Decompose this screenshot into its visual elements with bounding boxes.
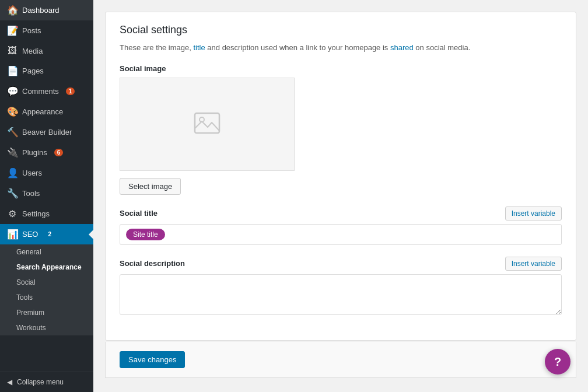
posts-icon: 📝 — [7, 25, 18, 36]
sub-menu-item-workouts[interactable]: Workouts — [0, 320, 93, 335]
insert-variable-description-button[interactable]: Insert variable — [505, 257, 562, 271]
main-content: Social settings These are the image, tit… — [93, 0, 588, 392]
media-icon: 🖼 — [7, 46, 18, 56]
save-changes-button[interactable]: Save changes — [120, 351, 185, 368]
social-description-field: Social description Insert variable — [120, 257, 562, 317]
help-bubble[interactable]: ? — [545, 349, 570, 374]
sidebar-arrow — [89, 230, 93, 239]
sidebar: 🏠 Dashboard 📝 Posts 🖼 Media 📄 Pages 💬 Co… — [0, 0, 93, 392]
sidebar-item-label: Comments — [22, 87, 59, 96]
plugins-icon: 🔌 — [7, 147, 18, 158]
social-settings-card: Social settings These are the image, tit… — [105, 12, 576, 341]
pages-icon: 📄 — [7, 65, 18, 76]
social-title-header: Social title Insert variable — [120, 206, 562, 220]
sub-menu-item-general[interactable]: General — [0, 244, 93, 260]
comments-icon: 💬 — [7, 86, 18, 97]
sub-menu-item-tools[interactable]: Tools — [0, 290, 93, 305]
sidebar-item-users[interactable]: 👤 Users — [0, 163, 93, 183]
settings-icon: ⚙ — [7, 208, 18, 219]
card-description: These are the image, title and descripti… — [120, 42, 562, 54]
social-description-label: Social description — [120, 259, 185, 268]
image-placeholder-icon — [192, 108, 222, 139]
tools-icon: 🔧 — [7, 188, 18, 199]
sidebar-item-pages[interactable]: 📄 Pages — [0, 61, 93, 81]
sub-menu-item-premium[interactable]: Premium — [0, 305, 93, 320]
collapse-icon: ◀ — [7, 378, 12, 386]
sidebar-item-label: Pages — [22, 66, 44, 75]
sidebar-item-label: Settings — [22, 209, 50, 218]
sidebar-item-label: Media — [22, 47, 43, 55]
comments-badge: 1 — [66, 88, 75, 95]
seo-sub-menu: General Search Appearance Social Tools P… — [0, 244, 93, 335]
plugins-badge: 6 — [54, 149, 64, 156]
seo-badge: 2 — [45, 230, 54, 238]
sub-menu-item-social[interactable]: Social — [0, 275, 93, 290]
desc-text-1: These are the image, — [120, 43, 193, 52]
sidebar-item-comments[interactable]: 💬 Comments 1 — [0, 81, 93, 102]
sidebar-item-settings[interactable]: ⚙ Settings — [0, 204, 93, 224]
social-title-field: Social title Insert variable Site title — [120, 206, 562, 245]
desc-text-2: and description used when a link to your… — [207, 43, 390, 52]
beaver-builder-icon: 🔨 — [7, 127, 18, 138]
desc-text-3: on social media. — [415, 43, 470, 52]
sidebar-item-tools[interactable]: 🔧 Tools — [0, 183, 93, 204]
collapse-menu-button[interactable]: ◀ Collapse menu — [0, 372, 93, 392]
image-placeholder — [120, 78, 295, 171]
desc-highlight-shared: shared — [390, 43, 414, 52]
sidebar-item-appearance[interactable]: 🎨 Appearance — [0, 102, 93, 122]
sidebar-item-dashboard[interactable]: 🏠 Dashboard — [0, 0, 93, 20]
sidebar-item-media[interactable]: 🖼 Media — [0, 41, 93, 61]
insert-variable-title-button[interactable]: Insert variable — [505, 206, 562, 220]
site-title-tag: Site title — [126, 229, 165, 240]
sidebar-item-posts[interactable]: 📝 Posts — [0, 20, 93, 41]
social-description-textarea[interactable] — [120, 274, 562, 315]
sidebar-item-label: SEO — [22, 230, 38, 239]
select-image-button[interactable]: Select image — [120, 178, 181, 195]
sidebar-item-label: Posts — [22, 26, 41, 35]
sidebar-item-seo[interactable]: 📊 SEO 2 — [0, 224, 93, 244]
seo-icon: 📊 — [7, 229, 18, 240]
card-title: Social settings — [120, 24, 562, 36]
sidebar-item-plugins[interactable]: 🔌 Plugins 6 — [0, 142, 93, 163]
sidebar-item-label: Tools — [22, 189, 40, 198]
sidebar-item-label: Dashboard — [22, 6, 60, 15]
save-card: Save changes — [105, 342, 576, 378]
social-image-label: Social image — [120, 64, 562, 73]
sidebar-item-label: Plugins — [22, 148, 47, 157]
social-image-field: Social image Select image — [120, 64, 562, 195]
desc-highlight-title: title — [193, 43, 205, 52]
help-label: ? — [554, 355, 561, 369]
svg-rect-0 — [195, 113, 219, 133]
sidebar-item-label: Users — [22, 169, 42, 177]
appearance-icon: 🎨 — [7, 106, 18, 117]
dashboard-icon: 🏠 — [7, 5, 18, 16]
social-title-input[interactable]: Site title — [120, 224, 562, 245]
users-icon: 👤 — [7, 167, 18, 178]
sidebar-item-beaver-builder[interactable]: 🔨 Beaver Builder — [0, 122, 93, 142]
social-description-header: Social description Insert variable — [120, 257, 562, 271]
sidebar-item-label: Beaver Builder — [22, 128, 72, 136]
content-wrap: Social settings These are the image, tit… — [93, 0, 588, 392]
social-title-label: Social title — [120, 209, 158, 218]
sidebar-item-label: Appearance — [22, 107, 63, 116]
sub-menu-item-search-appearance[interactable]: Search Appearance — [0, 260, 93, 275]
